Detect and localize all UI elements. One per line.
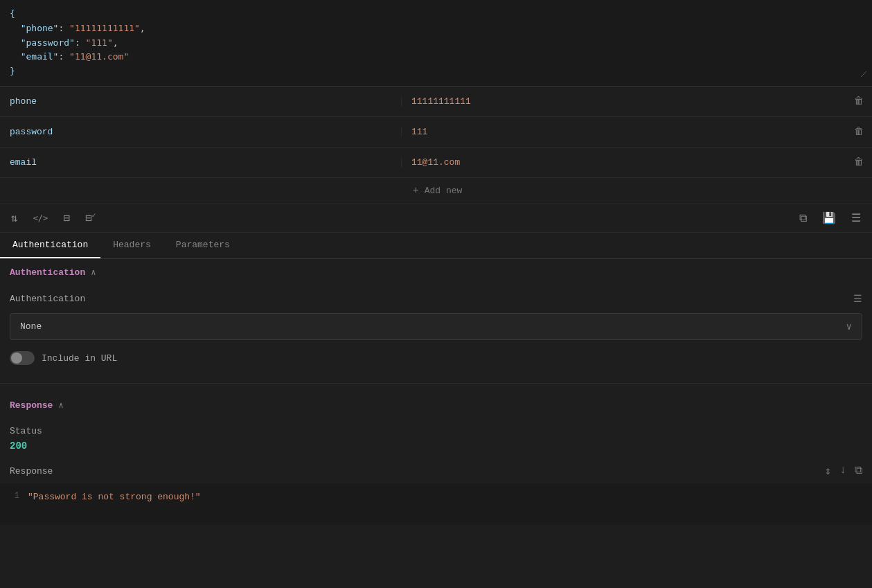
line-number: 1 xyxy=(0,489,28,504)
table-row: phone 11111111111 xyxy=(0,87,872,117)
tab-parameters-label: Parameters xyxy=(176,240,230,250)
sort-icon: ⇅ xyxy=(11,211,18,225)
download-button[interactable]: ↓ xyxy=(839,464,846,478)
auth-dropdown[interactable]: None ∨ xyxy=(10,313,862,340)
val-cell-password[interactable]: 111 xyxy=(402,127,846,137)
copy-button[interactable]: ⧉ xyxy=(797,211,810,226)
status-code: 200 xyxy=(10,440,862,452)
tab-headers-label: Headers xyxy=(113,240,151,250)
table-row: password 111 xyxy=(0,117,872,148)
save-icon: 💾 xyxy=(822,211,836,225)
auth-label: Authentication xyxy=(10,294,85,304)
tab-parameters[interactable]: Parameters xyxy=(163,233,242,258)
key-label: phone xyxy=(10,96,37,107)
menu-icon: ☰ xyxy=(851,211,861,225)
toolbar-left: ⇅ </> ⊟ ⊟✓ xyxy=(8,210,787,226)
table-row: email 11@11.com xyxy=(0,148,872,178)
key-cell-password[interactable]: password xyxy=(0,127,402,137)
val-cell-email[interactable]: 11@11.com xyxy=(402,157,846,168)
val-cell-phone[interactable]: 11111111111 xyxy=(402,96,846,107)
include-url-label: Include in URL xyxy=(42,353,117,364)
key-label: email xyxy=(10,157,37,168)
val-label: 111 xyxy=(411,127,427,137)
code-button[interactable]: </> xyxy=(30,212,51,224)
toolbar-right: ⧉ 💾 ☰ xyxy=(797,210,864,226)
include-url-toggle[interactable] xyxy=(10,351,35,365)
key-cell-phone[interactable]: phone xyxy=(0,96,402,107)
menu-button[interactable]: ☰ xyxy=(848,210,864,226)
filter-icon: ⊟ xyxy=(63,211,70,225)
toggle-knob xyxy=(11,353,22,364)
add-new-label: Add new xyxy=(425,186,463,196)
val-label: 11111111111 xyxy=(411,96,471,107)
delete-button-phone[interactable] xyxy=(846,96,872,107)
response-section-title: Response xyxy=(10,400,53,411)
code-line: 1 "Password is not strong enough!" xyxy=(0,489,872,505)
delete-button-password[interactable] xyxy=(846,126,872,137)
auth-dropdown-value: None xyxy=(20,321,42,332)
expand-button[interactable]: ⇕ xyxy=(825,464,832,478)
auth-menu-icon[interactable]: ☰ xyxy=(853,293,862,305)
sort-button[interactable]: ⇅ xyxy=(8,210,21,226)
status-label: Status xyxy=(10,426,862,436)
filter-button[interactable]: ⊟ xyxy=(60,210,73,226)
trash-icon xyxy=(854,126,864,137)
response-section-chevron: ∧ xyxy=(58,400,63,411)
check-filter-icon: ⊟✓ xyxy=(85,211,96,225)
copy-response-button[interactable]: ⧉ xyxy=(855,464,862,478)
auth-section-chevron: ∧ xyxy=(91,267,96,278)
tab-authentication[interactable]: Authentication xyxy=(0,233,100,258)
auth-label-row: Authentication ☰ xyxy=(0,286,872,309)
status-row: Status 200 xyxy=(0,419,872,458)
trash-icon xyxy=(854,96,864,107)
key-cell-email[interactable]: email xyxy=(0,157,402,168)
tabs-bar: Authentication Headers Parameters xyxy=(0,233,872,259)
check-filter-button[interactable]: ⊟✓ xyxy=(82,210,99,226)
response-row: Response ⇕ ↓ ⧉ xyxy=(0,458,872,483)
tab-authentication-label: Authentication xyxy=(12,240,88,250)
add-new-button[interactable]: + Add new xyxy=(0,178,872,204)
include-url-row: Include in URL xyxy=(0,344,872,372)
tab-headers[interactable]: Headers xyxy=(100,233,163,258)
json-editor[interactable]: { "phone": "11111111111", "password": "1… xyxy=(0,0,872,87)
auth-section-header[interactable]: Authentication ∧ xyxy=(0,259,872,286)
code-area: 1 "Password is not strong enough!" xyxy=(0,483,872,525)
response-actions: ⇕ ↓ ⧉ xyxy=(825,464,862,478)
line-content: "Password is not strong enough!" xyxy=(28,489,201,505)
chevron-down-icon: ∨ xyxy=(846,321,852,332)
auth-section: Authentication ☰ None ∨ Include in URL xyxy=(0,286,872,384)
code-icon: </> xyxy=(33,213,48,223)
plus-icon: + xyxy=(413,185,419,197)
trash-icon xyxy=(854,157,864,168)
auth-section-title: Authentication xyxy=(10,267,85,278)
toolbar: ⇅ </> ⊟ ⊟✓ ⧉ 💾 ☰ xyxy=(0,204,872,233)
resize-handle[interactable]: ⟋ xyxy=(858,66,869,84)
save-button[interactable]: 💾 xyxy=(819,210,839,226)
copy-icon: ⧉ xyxy=(799,212,807,225)
form-table: phone 11111111111 password 111 email 11@… xyxy=(0,87,872,178)
response-label: Response xyxy=(10,466,53,476)
val-label: 11@11.com xyxy=(411,157,460,168)
key-label: password xyxy=(10,127,53,137)
response-section-header[interactable]: Response ∧ xyxy=(0,392,872,419)
delete-button-email[interactable] xyxy=(846,157,872,168)
